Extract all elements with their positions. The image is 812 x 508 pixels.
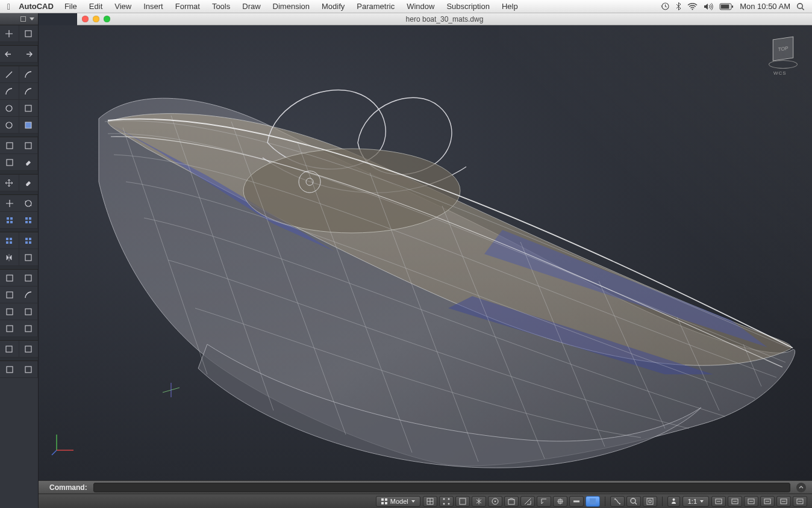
undo-tool[interactable] [0, 46, 19, 63]
annotation-scale[interactable]: 1:1 [682, 496, 709, 507]
annotation-scale-filter[interactable] [667, 496, 680, 507]
model-viewport[interactable]: TOP WCS [39, 25, 812, 480]
menu-tools[interactable]: Tools [206, 2, 236, 11]
dyn-toggle[interactable] [553, 496, 567, 507]
minimize-window-button[interactable] [93, 16, 99, 22]
menu-edit[interactable]: Edit [83, 2, 108, 11]
layout-tool[interactable] [19, 212, 39, 229]
menu-parametric[interactable]: Parametric [351, 2, 401, 11]
3dosnap-toggle[interactable] [504, 496, 519, 507]
lwt-toggle[interactable] [569, 496, 584, 507]
command-input[interactable] [93, 483, 790, 492]
menu-modify[interactable]: Modify [316, 2, 351, 11]
dim-linear-tool[interactable] [0, 270, 19, 287]
menu-format[interactable]: Format [169, 2, 206, 11]
dim-style-tool[interactable] [0, 341, 19, 358]
polar-toggle[interactable] [472, 496, 486, 507]
menu-file[interactable]: File [58, 2, 83, 11]
anno-visibility[interactable] [744, 496, 758, 507]
svg-rect-6 [25, 31, 31, 37]
rectangle-tool[interactable] [19, 100, 39, 117]
table-tool[interactable] [0, 361, 19, 378]
pan-tool[interactable] [610, 496, 625, 507]
dim-arc-tool[interactable] [19, 287, 39, 303]
paste-tool[interactable] [19, 137, 39, 154]
menubar-clock[interactable]: Mon 10:50 AM [740, 2, 790, 11]
zoom-window-button[interactable] [104, 16, 110, 22]
apple-menu-icon[interactable]:  [0, 2, 19, 11]
viewcube-compass[interactable] [769, 60, 798, 69]
svg-rect-11 [7, 143, 13, 149]
menu-dimension[interactable]: Dimension [267, 2, 316, 11]
sidebar-header[interactable] [0, 13, 38, 25]
menu-window[interactable]: Window [401, 2, 440, 11]
dim-radius-tool[interactable] [0, 287, 19, 303]
wifi-icon[interactable] [687, 3, 698, 10]
offset-tool[interactable] [19, 249, 39, 266]
viewcube[interactable]: TOP WCS [765, 36, 801, 69]
point-tool[interactable] [0, 25, 19, 42]
zoom-extents-tool[interactable] [643, 496, 657, 507]
fillet-tool[interactable] [19, 303, 39, 320]
ortho-toggle[interactable] [455, 496, 470, 507]
volume-icon[interactable] [704, 3, 713, 10]
spotlight-icon[interactable] [796, 2, 805, 11]
mirror-tool[interactable] [0, 249, 19, 266]
polyline-tool[interactable] [0, 83, 19, 100]
svg-point-5 [798, 3, 803, 8]
section-tool[interactable] [19, 341, 39, 358]
app-name[interactable]: AutoCAD [19, 2, 54, 11]
array-tool[interactable] [0, 212, 19, 229]
bluetooth-icon[interactable] [676, 2, 681, 11]
svg-rect-15 [7, 217, 9, 220]
leader-tool[interactable] [0, 303, 19, 320]
redo-tool[interactable] [19, 46, 39, 63]
timemachine-icon[interactable] [661, 2, 670, 11]
menu-help[interactable]: Help [496, 2, 524, 11]
block-tool[interactable] [0, 232, 19, 249]
object-tool[interactable] [19, 25, 39, 42]
menu-draw[interactable]: Draw [236, 2, 266, 11]
anno-workspace[interactable] [776, 496, 791, 507]
snap-toggle[interactable] [439, 496, 454, 507]
anno-auto[interactable] [760, 496, 775, 507]
ellipse-tool[interactable] [0, 117, 19, 134]
paint-tool[interactable] [19, 154, 39, 171]
svg-rect-51 [381, 498, 384, 501]
copy-tool[interactable] [0, 137, 19, 154]
svg-rect-35 [7, 309, 13, 315]
orbit-tool[interactable] [19, 195, 39, 212]
line-tool[interactable] [0, 66, 19, 83]
transparency-toggle[interactable] [586, 496, 600, 507]
close-window-button[interactable] [82, 16, 89, 22]
anno-sync[interactable] [793, 496, 807, 507]
anno-filter[interactable] [711, 496, 726, 507]
svg-point-59 [448, 503, 449, 504]
erase-tool[interactable] [19, 175, 39, 191]
move-tool[interactable] [0, 175, 19, 191]
otrack-toggle[interactable] [520, 496, 535, 507]
measure-tool[interactable] [0, 154, 19, 171]
viewcube-face[interactable]: TOP [773, 36, 793, 61]
osnap-toggle[interactable] [488, 496, 502, 507]
dim-angular-tool[interactable] [19, 270, 39, 287]
grid-tool[interactable] [19, 232, 39, 249]
menu-insert[interactable]: Insert [137, 2, 169, 11]
spline-tool[interactable] [19, 83, 39, 100]
ducs-toggle[interactable] [537, 496, 551, 507]
menu-subscription[interactable]: Subscription [440, 2, 496, 11]
dim-edit-tool[interactable] [0, 320, 19, 337]
grid-toggle[interactable] [423, 496, 437, 507]
rotate-tool[interactable] [0, 195, 19, 212]
circle-tool[interactable] [0, 100, 19, 117]
arc-tool[interactable] [19, 66, 39, 83]
menu-view[interactable]: View [108, 2, 137, 11]
hatch-tool[interactable] [19, 117, 39, 134]
anno-scale[interactable] [728, 496, 742, 507]
battery-icon[interactable] [719, 3, 734, 10]
command-history-button[interactable] [796, 483, 806, 492]
field-tool[interactable] [19, 361, 39, 378]
zoom-tool[interactable] [626, 496, 641, 507]
dim-break-tool[interactable] [19, 320, 39, 337]
model-space-switch[interactable]: Model [376, 496, 420, 507]
